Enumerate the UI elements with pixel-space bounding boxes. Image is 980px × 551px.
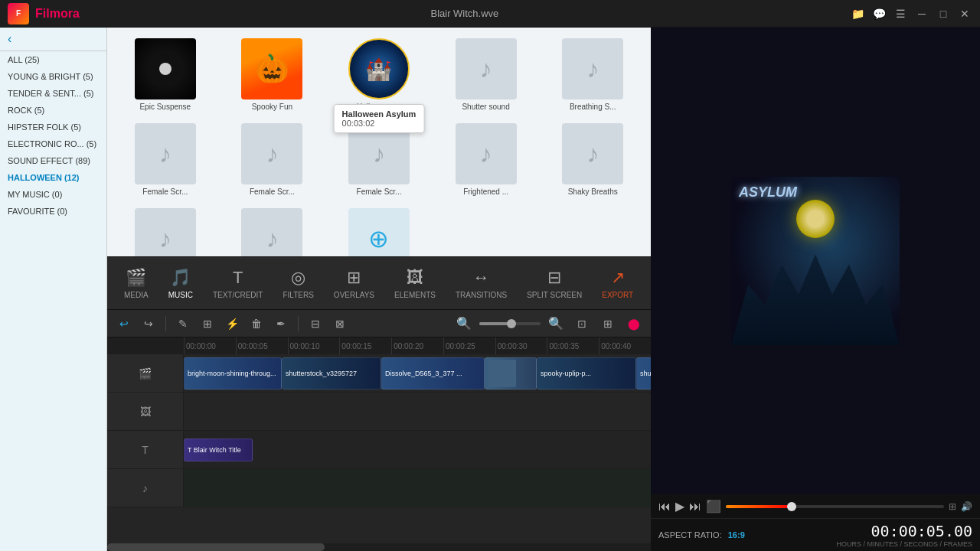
time-display: 00:00:05.00 — [836, 522, 972, 540]
minimize-button[interactable]: ─ — [914, 6, 929, 21]
track-content-video[interactable]: bright-moon-shining-throug...shutterstoc… — [184, 354, 651, 392]
zoom-slider[interactable] — [479, 322, 541, 325]
close-button[interactable]: ✕ — [957, 6, 972, 21]
music-thumb-shutter: ♪ — [456, 38, 517, 99]
timeline: 00:00:0000:00:0500:00:1000:00:1500:00:20… — [107, 337, 651, 551]
music-item-spooky[interactable]: 🎃Spooky Fun — [222, 35, 323, 114]
sidebar-item-young[interactable]: YOUNG & BRIGHT (5) — [0, 68, 106, 85]
track-row-video: 🎬bright-moon-shining-throug...shuttersto… — [107, 354, 651, 393]
maximize-button[interactable]: □ — [936, 6, 951, 21]
sidebar-item-hipster[interactable]: HIPSTER FOLK (5) — [0, 119, 106, 135]
track-content-text[interactable]: T Blair Witch Title — [184, 431, 651, 468]
group-button[interactable]: ⊞ — [197, 313, 218, 334]
back-button[interactable]: ‹ — [8, 32, 11, 46]
preview-text-overlay: ASYLUM — [739, 184, 797, 201]
sidebar-item-rock[interactable]: ROCK (5) — [0, 102, 106, 119]
timeline-tracks[interactable]: 🎬bright-moon-shining-throug...shuttersto… — [107, 354, 651, 543]
music-label-halloween: Halloween ... — [357, 103, 401, 111]
track-clip-video-2[interactable]: Dissolve_D565_3_377 ... — [381, 357, 485, 390]
track-clip-video-0[interactable]: bright-moon-shining-throug... — [184, 357, 282, 390]
music-item-breathing[interactable]: ♪Breathing S... — [542, 35, 643, 114]
sidebar-item-electronic[interactable]: ELECTRONIC RO... (5) — [0, 135, 106, 152]
toolbar-divider-2 — [298, 316, 299, 331]
music-label-spooky: Spooky Fun — [252, 103, 292, 111]
music-item-female3[interactable]: ♪Female Scr... — [328, 120, 430, 199]
track-clip-video-1[interactable]: shutterstock_v3295727 — [282, 357, 381, 390]
progress-thumb[interactable] — [787, 502, 796, 511]
music-note-icon: ♪ — [266, 225, 278, 253]
save-icon[interactable]: 📁 — [850, 6, 865, 21]
record-red-button[interactable]: ⬤ — [623, 313, 645, 334]
sidebar-item-favourite[interactable]: FAVOURITE (0) — [0, 203, 106, 220]
magnet-button[interactable]: ⊠ — [329, 313, 351, 334]
pen-button[interactable]: ✒ — [270, 313, 292, 334]
edit-pencil-button[interactable]: ✎ — [172, 313, 194, 334]
toolbar-label-split: SPLIT SCREEN — [527, 291, 582, 299]
fullscreen-icon[interactable]: ⊞ — [949, 501, 956, 512]
sidebar-item-all[interactable]: ALL (25) — [0, 51, 106, 68]
sidebar-item-sound_effect[interactable]: SOUND EFFECT (89) — [0, 152, 106, 169]
track-clip-video-3[interactable] — [485, 357, 537, 390]
toolbar-item-export[interactable]: ↗EXPORT — [593, 265, 642, 302]
music-thumb-shaky: ♪ — [562, 123, 623, 184]
toolbar-item-elements[interactable]: 🖼ELEMENTS — [385, 265, 445, 302]
volume-icon[interactable]: 🔊 — [961, 501, 972, 512]
redo-button[interactable]: ↪ — [138, 313, 159, 334]
zoom-thumb[interactable] — [507, 319, 516, 328]
toolbar-item-split[interactable]: ⊟SPLIT SCREEN — [518, 265, 591, 302]
sidebar-item-tender[interactable]: TENDER & SENT... (5) — [0, 85, 106, 102]
fast-forward-button[interactable]: ⏭ — [689, 500, 701, 514]
toolbar-item-filters[interactable]: ◎FILTERS — [273, 265, 322, 302]
split-button[interactable]: ⚡ — [221, 313, 243, 334]
record-button[interactable]: ⊡ — [571, 313, 593, 334]
list-icon[interactable]: ☰ — [893, 6, 908, 21]
toolbar-divider — [165, 316, 166, 331]
toolbar-icon-music: 🎵 — [170, 268, 191, 288]
share-icon[interactable]: 💬 — [871, 6, 887, 21]
scrollbar-thumb[interactable] — [107, 543, 325, 551]
music-item-female1[interactable]: ♪Female Scr... — [115, 120, 216, 199]
rewind-button[interactable]: ⏮ — [658, 500, 671, 514]
music-item-epic[interactable]: Epic Suspense — [115, 35, 216, 114]
music-thumb-zombie2: ♪ — [241, 208, 302, 256]
toolbar-item-overlays[interactable]: ⊞OVERLAYS — [325, 265, 384, 302]
delete-button[interactable]: 🗑 — [246, 313, 267, 334]
toolbar-icon-export: ↗ — [611, 268, 625, 288]
music-item-shutter[interactable]: ♪Shutter sound — [436, 35, 537, 114]
snap-button[interactable]: ⊟ — [305, 313, 326, 334]
preview-castle — [731, 244, 900, 345]
track-clip-video-4[interactable]: spooky-uplip-p... — [537, 357, 636, 390]
toolbar-item-media[interactable]: 🎬MEDIA — [115, 265, 158, 302]
toolbar-item-text[interactable]: TTEXT/CREDIT — [204, 265, 273, 302]
music-thumb-female2: ♪ — [241, 123, 302, 184]
music-label-female1: Female Scr... — [142, 187, 188, 196]
stop-button[interactable]: ⬛ — [706, 499, 721, 514]
progress-bar[interactable] — [726, 505, 944, 508]
toolbar-icon-text: T — [233, 268, 243, 288]
music-item-zombie2[interactable]: ♪Zombie Voices 2 — [222, 205, 323, 256]
settings-button[interactable]: ⊞ — [597, 313, 619, 334]
undo-button[interactable]: ↩ — [113, 313, 135, 334]
toolbar-icon-media: 🎬 — [126, 268, 146, 288]
sidebar-item-halloween[interactable]: HALLOWEEN (12) — [0, 169, 106, 186]
toolbar-label-transitions: TRANSITIONS — [456, 291, 507, 299]
play-button[interactable]: ▶ — [675, 499, 684, 514]
sidebar-item-my_music[interactable]: MY MUSIC (0) — [0, 186, 106, 203]
music-item-female2[interactable]: ♪Female Scr... — [222, 120, 323, 199]
toolbar-icon-split: ⊟ — [547, 268, 561, 288]
track-clip-video-5[interactable]: shutterstock_v11694440 — [636, 357, 651, 390]
music-item-import[interactable]: ⊕Import Music — [328, 205, 430, 256]
edit-toolbar: ↩ ↪ ✎ ⊞ ⚡ 🗑 ✒ ⊟ ⊠ 🔍 🔍 ⊡ ⊞ ⬤ — [107, 310, 651, 337]
music-item-halloween[interactable]: 🏰Halloween ...Halloween Asylum00:03:02 — [328, 35, 430, 114]
music-item-frightened[interactable]: ♪Frightened ... — [436, 120, 537, 199]
toolbar-item-transitions[interactable]: ↔TRANSITIONS — [446, 265, 516, 302]
toolbar-item-music[interactable]: 🎵MUSIC — [159, 265, 202, 302]
horizontal-scrollbar[interactable] — [107, 543, 651, 551]
zoom-out-button[interactable]: 🔍 — [453, 313, 475, 334]
track-clip-text-0[interactable]: T Blair Witch Title — [184, 439, 253, 461]
music-item-zombie1[interactable]: ♪Zombie Voices 1 — [115, 205, 216, 256]
music-item-shaky[interactable]: ♪Shaky Breaths — [542, 120, 643, 199]
track-content-image[interactable] — [184, 393, 651, 430]
zoom-in-button[interactable]: 🔍 — [545, 313, 567, 334]
track-content-audio[interactable] — [184, 469, 651, 507]
